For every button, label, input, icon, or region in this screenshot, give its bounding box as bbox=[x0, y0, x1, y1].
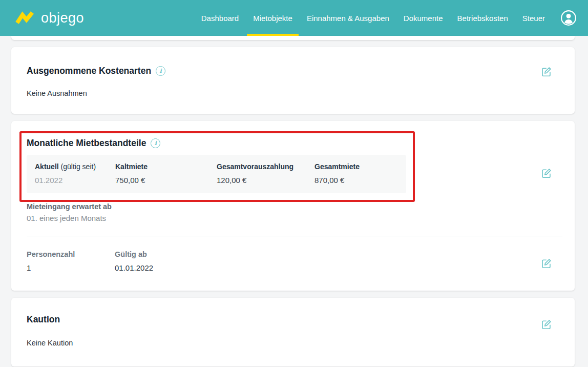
edit-tenant-details-button[interactable] bbox=[541, 258, 552, 269]
table-column-kaltmiete: Kaltmiete 750,00 € bbox=[115, 162, 217, 185]
nav-item-betriebskosten[interactable]: Betriebskosten bbox=[450, 0, 515, 36]
column-header: Gesamtmiete bbox=[314, 162, 360, 171]
card-title-ausgenommene-kostenarten: Ausgenommene Kostenarten i bbox=[27, 66, 559, 76]
tenant-details-row: Personenzahl 1 Gültig ab 01.01.2022 bbox=[27, 250, 559, 272]
app-logo[interactable]: objego bbox=[15, 0, 84, 36]
logo-zigzag-icon bbox=[15, 10, 36, 26]
card-monatliche-mietbestandteile: Monatliche Mietbestandteile i Aktuell (g… bbox=[11, 121, 575, 291]
edit-rent-components-button[interactable] bbox=[541, 168, 552, 179]
profile-menu-button[interactable] bbox=[560, 0, 577, 36]
edit-button[interactable] bbox=[541, 66, 552, 77]
nav-item-steuer[interactable]: Steuer bbox=[515, 0, 552, 36]
page-content: Ausgenommene Kostenarten i Keine Ausnahm… bbox=[0, 36, 588, 366]
edit-pencil-icon bbox=[541, 258, 552, 269]
column-value: 120,00 € bbox=[217, 176, 314, 185]
column-header: Gesamtvorauszahlung bbox=[217, 162, 314, 171]
column-value: 01.2022 bbox=[35, 176, 115, 185]
field-label: Mieteingang erwartet ab bbox=[27, 202, 559, 211]
personenzahl-field: Personenzahl 1 bbox=[27, 250, 115, 272]
mieteingang-field: Mieteingang erwartet ab 01. eines jeden … bbox=[27, 202, 559, 222]
column-value: 870,00 € bbox=[314, 176, 360, 185]
nav-item-dokumente[interactable]: Dokumente bbox=[396, 0, 450, 36]
card-title-kaution: Kaution bbox=[27, 314, 559, 325]
column-value: 750,00 € bbox=[115, 176, 217, 185]
card-title-monatliche-mietbestandteile: Monatliche Mietbestandteile i bbox=[27, 138, 559, 149]
card-kaution: Kaution Keine Kaution bbox=[11, 298, 575, 366]
nav-item-mietobjekte[interactable]: Mietobjekte bbox=[246, 0, 300, 36]
gueltig-ab-field: Gültig ab 01.01.2022 bbox=[115, 250, 203, 272]
nav-item-einnahmen-ausgaben[interactable]: Einnahmen & Ausgaben bbox=[300, 0, 396, 36]
card-title-text: Monatliche Mietbestandteile bbox=[27, 138, 146, 149]
field-value: 1 bbox=[27, 263, 115, 272]
card-title-text: Kaution bbox=[27, 314, 60, 325]
rent-components-table: Aktuell (gültig seit) 01.2022 Kaltmiete … bbox=[27, 155, 406, 193]
field-label: Personenzahl bbox=[27, 250, 115, 258]
field-label: Gültig ab bbox=[115, 250, 203, 258]
nav-item-dashboard[interactable]: Dashboard bbox=[194, 0, 246, 36]
main-nav: Dashboard Mietobjekte Einnahmen & Ausgab… bbox=[194, 0, 577, 36]
info-icon[interactable]: i bbox=[156, 66, 165, 76]
table-column-gesamtmiete: Gesamtmiete 870,00 € bbox=[314, 162, 360, 185]
column-header: Aktuell (gültig seit) bbox=[35, 162, 115, 171]
info-icon[interactable]: i bbox=[151, 138, 160, 148]
table-column-aktuell: Aktuell (gültig seit) 01.2022 bbox=[35, 162, 115, 185]
card-title-text: Ausgenommene Kostenarten bbox=[27, 66, 151, 76]
previous-card-bottom-edge bbox=[11, 36, 575, 40]
top-navigation-bar: objego Dashboard Mietobjekte Einnahmen &… bbox=[0, 0, 588, 36]
field-value: 01.01.2022 bbox=[115, 263, 203, 272]
edit-kaution-button[interactable] bbox=[541, 319, 552, 330]
edit-pencil-icon bbox=[541, 66, 552, 77]
edit-pencil-icon bbox=[541, 319, 552, 330]
kaution-empty-state: Keine Kaution bbox=[27, 339, 559, 347]
card-ausgenommene-kostenarten: Ausgenommene Kostenarten i Keine Ausnahm… bbox=[11, 47, 575, 114]
excluded-costs-empty-state: Keine Ausnahmen bbox=[27, 89, 559, 97]
section-divider bbox=[27, 236, 562, 236]
logo-text: objego bbox=[41, 10, 84, 26]
column-header: Kaltmiete bbox=[115, 162, 217, 171]
field-value: 01. eines jeden Monats bbox=[27, 214, 559, 222]
table-column-gesamtvorauszahlung: Gesamtvorauszahlung 120,00 € bbox=[217, 162, 314, 185]
user-circle-icon bbox=[560, 10, 577, 26]
edit-pencil-icon bbox=[541, 168, 552, 179]
